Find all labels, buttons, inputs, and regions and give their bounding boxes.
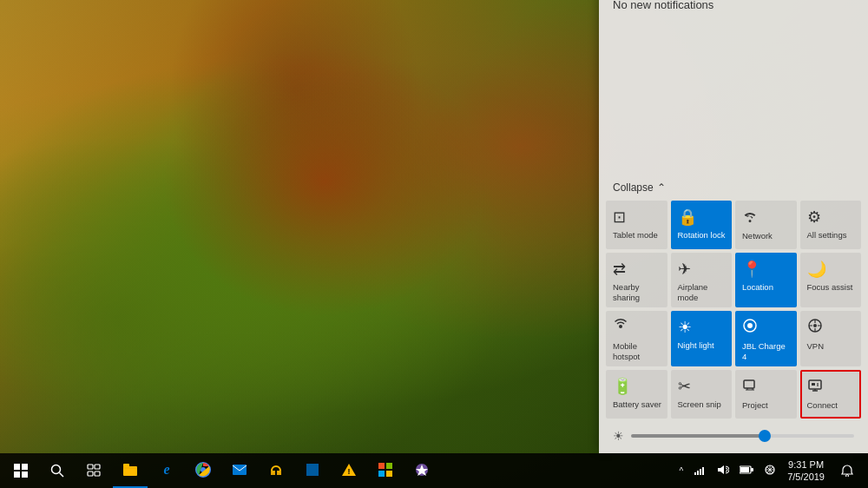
- taskbar-right: ^ 9:31 PM 7/5/2019: [675, 453, 868, 488]
- collapse-label: Collapse: [613, 181, 654, 194]
- battery-saver-icon: 🔋: [613, 377, 632, 396]
- svg-rect-34: [702, 467, 704, 475]
- taskbar-tray-overflow[interactable]: ^: [675, 466, 687, 476]
- taskbar-clock[interactable]: 9:31 PM 7/5/2019: [782, 458, 830, 484]
- tablet-mode-icon: ⊡: [613, 208, 626, 227]
- airplane-mode-icon: ✈: [678, 260, 691, 279]
- night-light-icon: ☀: [678, 318, 692, 337]
- qa-jbl-charge4[interactable]: JBL Charge 4: [735, 311, 797, 366]
- svg-line-14: [60, 473, 64, 478]
- taskbar-date: 7/5/2019: [787, 471, 825, 483]
- svg-rect-18: [95, 472, 100, 476]
- svg-rect-16: [95, 465, 100, 469]
- quick-actions-grid: ⊡ Tablet mode 🔒 Rotation lock Network ⚙ …: [599, 197, 868, 422]
- mobile-hotspot-icon: [613, 318, 628, 338]
- qa-nearby-sharing[interactable]: ⇄ Nearby sharing: [606, 253, 667, 307]
- svg-rect-15: [88, 465, 93, 469]
- ac-collapse-row: Collapse ⌃: [599, 175, 868, 197]
- svg-point-39: [846, 475, 849, 478]
- qa-network[interactable]: Network: [735, 201, 797, 249]
- search-button[interactable]: [40, 453, 75, 488]
- taskbar-file-explorer[interactable]: [113, 453, 148, 488]
- qa-location[interactable]: 📍 Location: [735, 253, 797, 307]
- qa-network-label: Network: [742, 231, 773, 241]
- taskbar-sys-tray: [690, 464, 779, 478]
- action-center: No new notifications Collapse ⌃ ⊡ Tablet…: [599, 0, 868, 453]
- location-icon: 📍: [742, 260, 761, 279]
- start-button[interactable]: [3, 453, 38, 488]
- collapse-button[interactable]: Collapse ⌃: [613, 181, 666, 194]
- jbl-charge4-icon: [742, 318, 758, 338]
- focus-assist-icon: 🌙: [807, 260, 826, 279]
- qa-tablet-mode[interactable]: ⊡ Tablet mode: [606, 201, 667, 249]
- qa-all-settings-label: All settings: [807, 230, 847, 240]
- svg-point-0: [619, 325, 622, 328]
- all-settings-icon: ⚙: [807, 208, 821, 227]
- svg-point-2: [747, 323, 753, 328]
- taskbar-edge[interactable]: e: [149, 453, 184, 488]
- qa-focus-assist[interactable]: 🌙 Focus assist: [800, 253, 862, 307]
- tray-battery-icon[interactable]: [737, 465, 756, 478]
- rotation-lock-icon: 🔒: [678, 208, 697, 227]
- taskbar-headphones[interactable]: [259, 453, 293, 488]
- qa-focus-assist-label: Focus assist: [807, 282, 853, 292]
- desktop: No new notifications Collapse ⌃ ⊡ Tablet…: [0, 0, 868, 488]
- svg-rect-24: [306, 464, 319, 476]
- notification-button[interactable]: [833, 453, 861, 488]
- connect-icon: [807, 377, 823, 397]
- svg-rect-32: [697, 471, 699, 475]
- brightness-icon: ☀: [613, 429, 624, 443]
- svg-rect-9: [14, 464, 20, 470]
- svg-rect-5: [744, 380, 754, 388]
- qa-vpn[interactable]: VPN: [800, 311, 862, 366]
- qa-project-label: Project: [742, 400, 768, 410]
- svg-rect-19: [123, 466, 137, 476]
- svg-point-13: [52, 465, 61, 474]
- qa-vpn-label: VPN: [807, 341, 825, 351]
- taskbar-warning[interactable]: !: [332, 453, 366, 488]
- svg-rect-36: [740, 467, 749, 472]
- taskbar-mail[interactable]: [222, 453, 257, 488]
- qa-screen-snip-label: Screen snip: [678, 399, 721, 409]
- brightness-slider[interactable]: [631, 434, 854, 438]
- ac-notifications-header: No new notifications: [599, 0, 868, 18]
- qa-project[interactable]: Project: [735, 370, 797, 419]
- qa-rotation-lock-label: Rotation lock: [678, 230, 726, 240]
- vpn-icon: [807, 318, 823, 338]
- taskbar-chrome[interactable]: [186, 453, 220, 488]
- svg-rect-12: [22, 472, 28, 478]
- qa-all-settings[interactable]: ⚙ All settings: [800, 201, 862, 249]
- qa-tablet-mode-label: Tablet mode: [613, 230, 658, 240]
- tray-volume-icon[interactable]: [714, 465, 732, 478]
- qa-jbl-charge4-label: JBL Charge 4: [742, 341, 792, 361]
- qa-airplane-mode[interactable]: ✈ Airplane mode: [671, 253, 733, 307]
- qa-mobile-hotspot[interactable]: Mobile hotspot: [606, 311, 667, 366]
- qa-night-light[interactable]: ☀ Night light: [671, 311, 733, 366]
- wallpaper-art: [0, 0, 590, 453]
- svg-rect-17: [88, 472, 93, 476]
- qa-battery-saver[interactable]: 🔋 Battery saver: [606, 370, 667, 419]
- qa-rotation-lock[interactable]: 🔒 Rotation lock: [671, 201, 733, 249]
- tray-network-icon[interactable]: [690, 465, 709, 478]
- taskbar: e ! ^: [0, 453, 868, 488]
- taskbar-time: 9:31 PM: [788, 458, 824, 471]
- qa-connect-label: Connect: [807, 400, 838, 410]
- tray-chevron-icon: ^: [679, 466, 683, 476]
- qa-connect[interactable]: Connect: [800, 370, 862, 419]
- taskbar-store[interactable]: [295, 453, 330, 488]
- svg-text:!: !: [348, 467, 351, 476]
- collapse-chevron-icon: ⌃: [657, 181, 666, 194]
- qa-night-light-label: Night light: [678, 340, 714, 350]
- task-view-button[interactable]: [76, 453, 111, 488]
- taskbar-left: e !: [0, 453, 675, 488]
- tray-connection-icon[interactable]: [761, 464, 779, 478]
- taskbar-app9[interactable]: [404, 453, 439, 488]
- brightness-thumb[interactable]: [759, 430, 771, 442]
- svg-rect-33: [700, 469, 701, 475]
- svg-rect-20: [123, 464, 129, 467]
- qa-screen-snip[interactable]: ✂ Screen snip: [671, 370, 733, 419]
- svg-point-4: [813, 324, 817, 327]
- screen-snip-icon: ✂: [678, 377, 691, 396]
- qa-location-label: Location: [742, 282, 773, 292]
- taskbar-msstore[interactable]: [368, 453, 403, 488]
